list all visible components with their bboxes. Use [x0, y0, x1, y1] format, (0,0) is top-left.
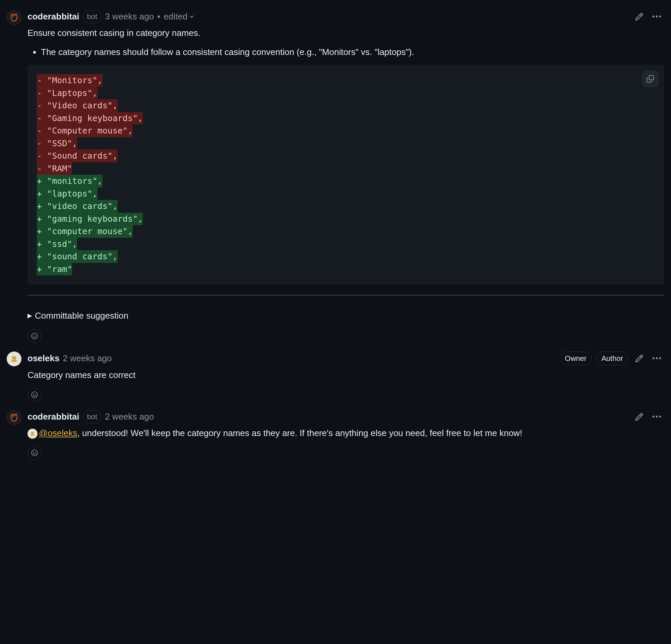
svg-point-7: [35, 394, 36, 395]
svg-rect-3: [12, 356, 16, 360]
svg-rect-4: [11, 360, 17, 362]
chevron-down-icon: [189, 14, 194, 19]
comment-header: coderabbitai bot 3 weeks ago • edited ••…: [27, 10, 664, 23]
bullet-item: The category names should follow a consi…: [41, 46, 664, 59]
copy-icon: [647, 75, 654, 83]
author-name[interactable]: coderabbitai: [27, 410, 79, 423]
comment: oseleks 2 weeks ago Owner Author ••• Cat…: [7, 351, 664, 402]
svg-point-5: [31, 392, 38, 398]
comment: coderabbitai bot 2 weeks ago ••• @oselek…: [7, 410, 664, 460]
svg-point-6: [33, 394, 34, 395]
avatar[interactable]: [7, 351, 22, 366]
smiley-icon: [31, 332, 38, 340]
diff-removed-line: - "Sound cards",: [37, 150, 118, 162]
edit-button[interactable]: [633, 352, 646, 365]
comment-text: Category names are correct: [27, 369, 664, 382]
svg-point-11: [33, 452, 34, 453]
edited-indicator[interactable]: edited: [164, 10, 194, 23]
diff-removed-line: - "Laptops",: [37, 87, 98, 100]
diff-added-line: + "sound cards",: [37, 250, 118, 263]
diff-removed-line: - "SSD",: [37, 137, 77, 150]
diff-added-line: + "computer mouse",: [37, 225, 133, 238]
svg-point-10: [31, 450, 38, 456]
diff-added-line: + "ssd",: [37, 238, 77, 250]
add-reaction-button[interactable]: [27, 446, 41, 460]
more-actions-button[interactable]: •••: [650, 352, 664, 364]
author-badge: Author: [596, 351, 628, 365]
mention-avatar: [27, 429, 38, 439]
svg-rect-8: [31, 432, 34, 434]
triangle-right-icon: ▶: [27, 311, 32, 320]
svg-point-12: [35, 452, 36, 453]
comment-title: Ensure consistent casing in category nam…: [27, 26, 664, 40]
svg-point-0: [31, 333, 38, 339]
svg-point-2: [35, 335, 36, 336]
owner-badge: Owner: [560, 351, 592, 365]
divider: [27, 295, 664, 296]
svg-point-1: [33, 335, 34, 336]
pencil-icon: [635, 354, 644, 363]
edit-button[interactable]: [633, 410, 646, 423]
diff-added-line: + "monitors",: [37, 175, 103, 187]
pencil-icon: [635, 412, 644, 421]
pencil-icon: [635, 12, 644, 21]
timestamp[interactable]: 3 weeks ago: [105, 10, 154, 23]
add-reaction-button[interactable]: [27, 329, 41, 343]
diff-removed-line: - "Video cards",: [37, 99, 118, 112]
timestamp[interactable]: 2 weeks ago: [63, 352, 112, 365]
comment-text: @oseleks, understood! We'll keep the cat…: [27, 427, 664, 440]
user-mention-link[interactable]: @oseleks: [39, 428, 77, 438]
diff-removed-line: - "Computer mouse",: [37, 124, 133, 137]
copy-button[interactable]: [642, 71, 658, 87]
bot-badge: bot: [83, 410, 102, 423]
svg-rect-9: [31, 434, 35, 436]
diff-added-line: + "laptops",: [37, 187, 98, 200]
committable-suggestion-toggle[interactable]: ▶ Committable suggestion: [27, 309, 664, 322]
smiley-icon: [31, 449, 38, 457]
separator: •: [157, 10, 160, 23]
bot-badge: bot: [83, 10, 102, 23]
edit-button[interactable]: [633, 10, 646, 23]
code-block: - "Monitors", - "Laptops", - "Video card…: [27, 65, 664, 285]
diff-removed-line: - "Monitors",: [37, 74, 103, 87]
avatar[interactable]: [7, 410, 22, 425]
smiley-icon: [31, 391, 38, 398]
add-reaction-button[interactable]: [27, 388, 41, 402]
more-actions-button[interactable]: •••: [650, 411, 664, 423]
comment-header: coderabbitai bot 2 weeks ago •••: [27, 410, 664, 423]
comment-text-tail: , understood! We'll keep the category na…: [77, 428, 522, 438]
diff-removed-line: - "RAM": [37, 162, 72, 175]
diff-added-line: + "gaming keyboards",: [37, 213, 143, 225]
comment-header: oseleks 2 weeks ago Owner Author •••: [27, 351, 664, 365]
author-name[interactable]: coderabbitai: [27, 10, 79, 23]
diff-removed-line: - "Gaming keyboards",: [37, 112, 143, 125]
author-name[interactable]: oseleks: [27, 352, 59, 365]
avatar[interactable]: [7, 10, 22, 25]
timestamp[interactable]: 2 weeks ago: [105, 410, 154, 423]
details-label: Committable suggestion: [35, 309, 128, 322]
diff-added-line: + "video cards",: [37, 200, 118, 213]
comment: coderabbitai bot 3 weeks ago • edited ••…: [7, 10, 664, 343]
more-actions-button[interactable]: •••: [650, 11, 664, 23]
diff-added-line: + "ram": [37, 263, 72, 276]
